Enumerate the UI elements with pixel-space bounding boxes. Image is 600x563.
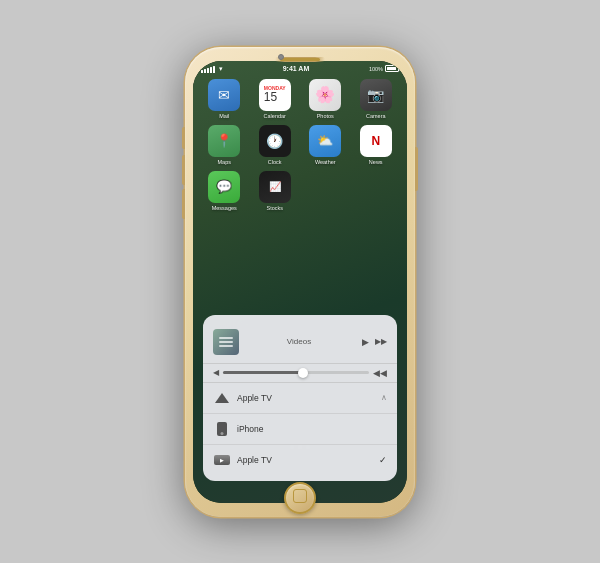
app-maps-icon: 📍 [208, 125, 240, 157]
device-item-iphone[interactable]: iPhone [203, 414, 397, 445]
app-empty-1 [302, 171, 349, 211]
volume-slider-fill [223, 371, 303, 374]
app-photos[interactable]: 🌸 Photos [302, 79, 349, 119]
device-appletv-header-name: Apple TV [237, 393, 375, 403]
battery-fill [387, 67, 396, 70]
appletv2-device-icon [213, 451, 231, 469]
app-messages-icon: 💬 [208, 171, 240, 203]
app-messages-label: Messages [212, 205, 237, 211]
app-stocks-icon: 📈 [259, 171, 291, 203]
battery-icon [385, 65, 399, 72]
app-weather-label: Weather [315, 159, 336, 165]
phone-shell: ▾ 9:41 AM 100% ✉ Mail [185, 47, 415, 517]
wifi-icon: ▾ [219, 65, 223, 73]
media-controls[interactable]: ▶ ▶▶ [359, 336, 387, 348]
app-clock[interactable]: 🕐 Clock [252, 125, 299, 165]
phone-screen: ▾ 9:41 AM 100% ✉ Mail [193, 61, 407, 503]
app-clock-icon: 🕐 [259, 125, 291, 157]
device-item-appletv-selected[interactable]: Apple TV ✓ [203, 445, 397, 475]
device-item-appletv-header[interactable]: Apple TV ∧ [203, 383, 397, 414]
line-3 [219, 345, 233, 347]
app-mail-label: Mail [219, 113, 229, 119]
volume-slider-track[interactable] [223, 371, 369, 374]
media-thumbnail [213, 329, 239, 355]
app-news-icon: N [360, 125, 392, 157]
iphone-icon [217, 422, 227, 436]
volume-row: ◀ ◀◀ [203, 364, 397, 383]
signal-bar-1 [201, 70, 203, 73]
volume-slider-thumb [298, 368, 308, 378]
app-grid: ✉ Mail Monday 15 Calendar 🌸 [201, 79, 399, 211]
iphone-device-icon [213, 420, 231, 438]
skip-button[interactable]: ▶▶ [375, 337, 387, 346]
app-clock-label: Clock [268, 159, 282, 165]
chevron-up-icon: ∧ [381, 393, 387, 402]
media-title-area: Videos [245, 337, 353, 346]
status-right: 100% [369, 65, 399, 72]
device-appletv-selected-name: Apple TV [237, 455, 373, 465]
home-button[interactable] [284, 482, 316, 514]
signal-bars [201, 65, 215, 73]
signal-bar-5 [213, 66, 215, 73]
volume-low-icon: ◀ [213, 368, 219, 377]
airplay-panel: Videos ▶ ▶▶ ◀ ◀◀ [203, 315, 397, 481]
play-button[interactable]: ▶ [359, 336, 371, 348]
app-maps-label: Maps [218, 159, 231, 165]
app-news[interactable]: N News [353, 125, 400, 165]
volume-high-icon: ◀◀ [373, 368, 387, 378]
app-weather-icon: ⛅ [309, 125, 341, 157]
line-2 [219, 341, 233, 343]
app-messages[interactable]: 💬 Messages [201, 171, 248, 211]
app-photos-label: Photos [317, 113, 334, 119]
app-photos-icon: 🌸 [309, 79, 341, 111]
app-camera-label: Camera [366, 113, 386, 119]
app-weather[interactable]: ⛅ Weather [302, 125, 349, 165]
check-icon: ✓ [379, 455, 387, 465]
app-calendar-icon: Monday 15 [259, 79, 291, 111]
device-iphone-name: iPhone [237, 424, 381, 434]
media-title: Videos [245, 337, 353, 346]
signal-bar-3 [207, 68, 209, 73]
app-mail-icon: ✉ [208, 79, 240, 111]
status-bar: ▾ 9:41 AM 100% [193, 61, 407, 77]
app-calendar[interactable]: Monday 15 Calendar [252, 79, 299, 119]
signal-bar-2 [204, 69, 206, 73]
app-news-label: News [369, 159, 383, 165]
battery-percent: 100% [369, 66, 383, 72]
status-left: ▾ [201, 65, 223, 73]
app-mail[interactable]: ✉ Mail [201, 79, 248, 119]
app-camera-icon: 📷 [360, 79, 392, 111]
app-calendar-label: Calendar [264, 113, 286, 119]
media-player-row: Videos ▶ ▶▶ [203, 325, 397, 364]
signal-bar-4 [210, 67, 212, 73]
cal-day: 15 [264, 91, 286, 103]
app-empty-2 [353, 171, 400, 211]
appletv2-icon [214, 455, 230, 465]
media-thumb-lines [219, 337, 233, 347]
appletv-icon [213, 389, 231, 407]
app-maps[interactable]: 📍 Maps [201, 125, 248, 165]
app-stocks-label: Stocks [266, 205, 283, 211]
line-1 [219, 337, 233, 339]
app-stocks[interactable]: 📈 Stocks [252, 171, 299, 211]
app-camera[interactable]: 📷 Camera [353, 79, 400, 119]
status-time: 9:41 AM [283, 65, 310, 72]
